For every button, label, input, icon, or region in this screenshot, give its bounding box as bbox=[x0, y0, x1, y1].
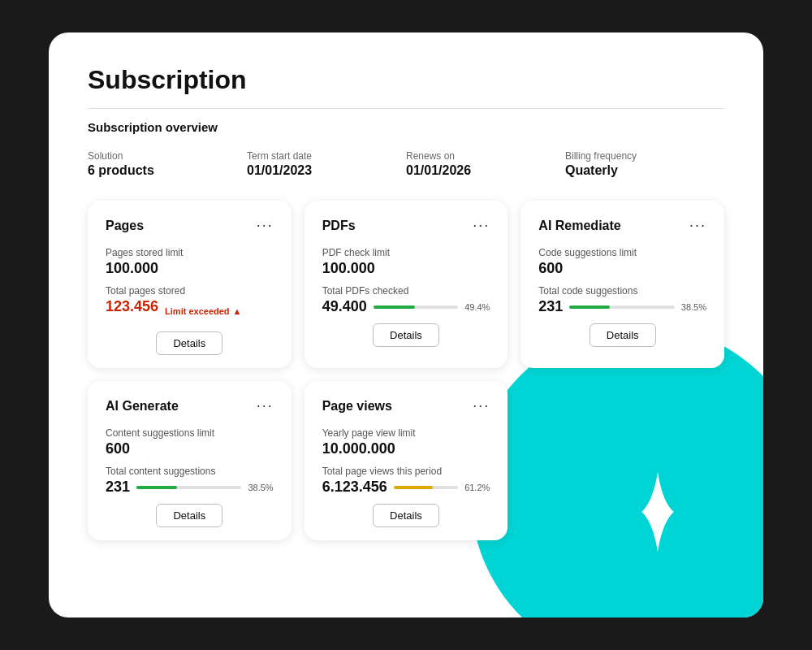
metric-total-label: Total code suggestions bbox=[538, 285, 706, 297]
metric-total-value: 123.456 bbox=[106, 298, 158, 315]
card-header: Pages ··· bbox=[106, 217, 274, 234]
renews-value: 01/01/2026 bbox=[406, 163, 546, 178]
metric-limit-value: 10.000.000 bbox=[322, 440, 490, 457]
card-header: AI Remediate ··· bbox=[538, 217, 706, 234]
billing-label: Billing frequency bbox=[565, 150, 705, 162]
section-title: Subscription overview bbox=[88, 108, 724, 134]
metric-limit-value: 600 bbox=[538, 260, 706, 277]
details-button[interactable]: Details bbox=[156, 504, 222, 527]
progress-bar bbox=[569, 306, 610, 309]
progress-pct: 38.5% bbox=[681, 302, 706, 312]
progress-bar-container bbox=[136, 486, 241, 489]
metric-total-label: Total page views this period bbox=[322, 466, 490, 477]
metric-total-value: 231 bbox=[106, 479, 130, 496]
details-button[interactable]: Details bbox=[373, 504, 439, 527]
more-options-icon[interactable]: ··· bbox=[473, 397, 490, 414]
more-options-icon[interactable]: ··· bbox=[257, 217, 274, 234]
metric-limit-label: Code suggestions limit bbox=[538, 247, 706, 258]
card-header: PDFs ··· bbox=[322, 217, 490, 234]
metric-limit-value: 100.000 bbox=[322, 260, 490, 277]
more-options-icon[interactable]: ··· bbox=[689, 217, 706, 234]
overview-solution: Solution 6 products bbox=[88, 150, 247, 178]
card-header: Page views ··· bbox=[322, 397, 490, 414]
card-title: AI Generate bbox=[106, 399, 179, 414]
progress-pct: 49.4% bbox=[464, 302, 490, 312]
billing-value: Quaterly bbox=[565, 163, 705, 178]
card-page-views: Page views ··· Yearly page view limit 10… bbox=[304, 381, 508, 540]
progress-bar-container bbox=[394, 486, 458, 489]
page-title: Subscription bbox=[88, 65, 724, 95]
details-button[interactable]: Details bbox=[156, 332, 222, 355]
overview-row: Solution 6 products Term start date 01/0… bbox=[88, 150, 724, 178]
overview-renews: Renews on 01/01/2026 bbox=[406, 150, 565, 178]
metric-total-value: 49.400 bbox=[322, 298, 367, 315]
card-pdfs: PDFs ··· PDF check limit 100.000 Total P… bbox=[304, 201, 508, 368]
term-label: Term start date bbox=[247, 150, 387, 162]
card-title: PDFs bbox=[322, 219, 356, 233]
metric-limit-value: 100.000 bbox=[106, 260, 274, 277]
details-button[interactable]: Details bbox=[373, 323, 439, 347]
progress-pct: 61.2% bbox=[464, 483, 490, 492]
progress-bar bbox=[136, 486, 177, 489]
card-ai-generate: AI Generate ··· Content suggestions limi… bbox=[88, 381, 292, 540]
metric-limit-label: Content suggestions limit bbox=[106, 427, 274, 439]
metric-limit-label: PDF check limit bbox=[322, 247, 490, 258]
progress-bar-container bbox=[374, 306, 458, 309]
progress-pct: 38.5% bbox=[248, 483, 273, 492]
metric-limit-label: Yearly page view limit bbox=[322, 427, 490, 439]
card-header: AI Generate ··· bbox=[106, 397, 274, 414]
card-pages: Pages ··· Pages stored limit 100.000 Tot… bbox=[88, 201, 292, 368]
progress-bar bbox=[374, 306, 416, 309]
card-title: Pages bbox=[106, 219, 144, 233]
overview-billing: Billing frequency Quaterly bbox=[565, 150, 724, 178]
cards-grid: Pages ··· Pages stored limit 100.000 Tot… bbox=[88, 201, 724, 540]
solution-value: 6 products bbox=[88, 163, 227, 178]
metric-limit-value: 600 bbox=[106, 440, 274, 457]
metric-total-value: 6.123.456 bbox=[322, 479, 387, 496]
more-options-icon[interactable]: ··· bbox=[257, 397, 274, 414]
metric-limit-label: Pages stored limit bbox=[106, 247, 274, 258]
more-options-icon[interactable]: ··· bbox=[473, 217, 490, 234]
metric-total-label: Total content suggestions bbox=[106, 466, 274, 477]
solution-label: Solution bbox=[88, 150, 227, 162]
term-value: 01/01/2023 bbox=[247, 163, 387, 178]
progress-bar-container bbox=[569, 306, 674, 309]
metric-total-label: Total pages stored bbox=[106, 285, 274, 297]
subscription-window: Subscription Subscription overview Solut… bbox=[49, 32, 763, 618]
card-title: AI Remediate bbox=[538, 219, 620, 233]
warning-icon: ▲ bbox=[233, 306, 242, 316]
details-button[interactable]: Details bbox=[590, 323, 656, 347]
metric-total-value: 231 bbox=[538, 298, 563, 315]
progress-bar bbox=[394, 486, 434, 489]
renews-label: Renews on bbox=[406, 150, 546, 162]
limit-exceeded-badge: Limit exceeded ▲ bbox=[165, 306, 241, 316]
card-title: Page views bbox=[322, 399, 392, 414]
overview-term: Term start date 01/01/2023 bbox=[247, 150, 406, 178]
metric-total-label: Total PDFs checked bbox=[322, 285, 490, 297]
card-ai-remediate: AI Remediate ··· Code suggestions limit … bbox=[520, 201, 724, 368]
